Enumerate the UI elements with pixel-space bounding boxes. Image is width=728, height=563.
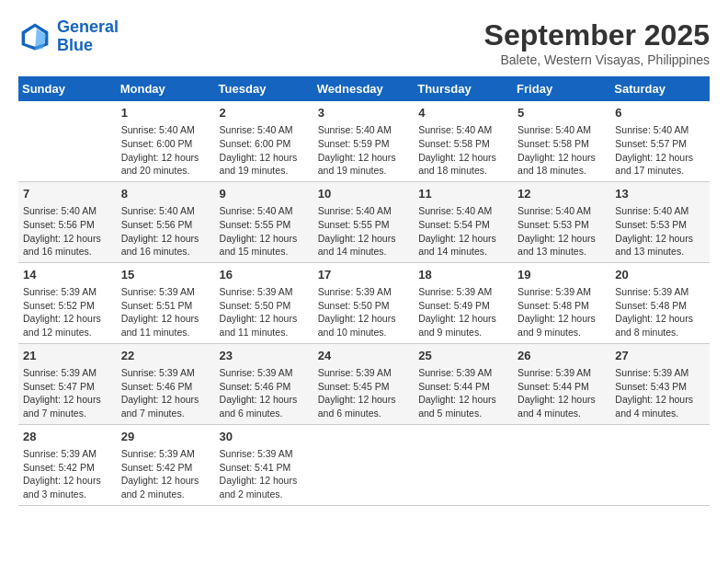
day-number: 16 <box>220 267 309 283</box>
day-info: Sunrise: 5:39 AM Sunset: 5:46 PM Dayligh… <box>220 366 309 420</box>
day-info: Sunrise: 5:39 AM Sunset: 5:41 PM Dayligh… <box>220 447 309 501</box>
calendar-cell <box>414 424 513 505</box>
calendar-cell: 10Sunrise: 5:40 AM Sunset: 5:55 PM Dayli… <box>313 181 414 262</box>
calendar-cell: 13Sunrise: 5:40 AM Sunset: 5:53 PM Dayli… <box>610 181 710 262</box>
day-info: Sunrise: 5:39 AM Sunset: 5:51 PM Dayligh… <box>121 285 210 339</box>
calendar-cell <box>610 424 710 505</box>
calendar-cell: 7Sunrise: 5:40 AM Sunset: 5:56 PM Daylig… <box>18 181 117 262</box>
day-number: 14 <box>23 267 112 283</box>
calendar-cell: 12Sunrise: 5:40 AM Sunset: 5:53 PM Dayli… <box>513 181 610 262</box>
calendar-week-row: 1Sunrise: 5:40 AM Sunset: 6:00 PM Daylig… <box>18 101 710 181</box>
calendar-week-row: 28Sunrise: 5:39 AM Sunset: 5:42 PM Dayli… <box>18 424 710 505</box>
calendar-cell: 4Sunrise: 5:40 AM Sunset: 5:58 PM Daylig… <box>414 101 513 181</box>
day-info: Sunrise: 5:40 AM Sunset: 5:55 PM Dayligh… <box>220 204 309 259</box>
calendar-cell: 21Sunrise: 5:39 AM Sunset: 5:47 PM Dayli… <box>18 343 117 424</box>
day-number: 10 <box>318 186 409 202</box>
day-info: Sunrise: 5:39 AM Sunset: 5:43 PM Dayligh… <box>615 366 705 420</box>
day-number: 17 <box>318 267 409 283</box>
day-info: Sunrise: 5:40 AM Sunset: 5:59 PM Dayligh… <box>318 123 409 178</box>
day-info: Sunrise: 5:40 AM Sunset: 6:00 PM Dayligh… <box>121 123 210 178</box>
day-info: Sunrise: 5:39 AM Sunset: 5:45 PM Dayligh… <box>318 366 409 420</box>
title-block: September 2025 Balete, Western Visayas, … <box>484 18 710 67</box>
calendar-week-row: 21Sunrise: 5:39 AM Sunset: 5:47 PM Dayli… <box>18 343 710 424</box>
calendar-week-row: 14Sunrise: 5:39 AM Sunset: 5:52 PM Dayli… <box>18 262 710 343</box>
calendar-cell: 3Sunrise: 5:40 AM Sunset: 5:59 PM Daylig… <box>313 101 414 181</box>
day-number: 25 <box>418 348 508 364</box>
calendar-cell: 28Sunrise: 5:39 AM Sunset: 5:42 PM Dayli… <box>18 424 117 505</box>
logo: General Blue <box>18 18 119 55</box>
calendar-header: SundayMondayTuesdayWednesdayThursdayFrid… <box>18 76 710 101</box>
day-info: Sunrise: 5:40 AM Sunset: 5:54 PM Dayligh… <box>418 204 508 259</box>
day-number: 21 <box>23 348 112 364</box>
location: Balete, Western Visayas, Philippines <box>484 52 710 67</box>
day-info: Sunrise: 5:39 AM Sunset: 5:44 PM Dayligh… <box>418 366 508 420</box>
calendar-table: SundayMondayTuesdayWednesdayThursdayFrid… <box>18 76 710 506</box>
day-info: Sunrise: 5:40 AM Sunset: 5:53 PM Dayligh… <box>615 204 705 259</box>
calendar-cell: 23Sunrise: 5:39 AM Sunset: 5:46 PM Dayli… <box>215 343 313 424</box>
calendar-cell: 17Sunrise: 5:39 AM Sunset: 5:50 PM Dayli… <box>313 262 414 343</box>
day-number: 19 <box>518 267 606 283</box>
weekday-header-tuesday: Tuesday <box>215 76 313 101</box>
day-number: 18 <box>418 267 508 283</box>
calendar-cell: 2Sunrise: 5:40 AM Sunset: 6:00 PM Daylig… <box>215 101 313 181</box>
day-info: Sunrise: 5:39 AM Sunset: 5:42 PM Dayligh… <box>23 447 112 501</box>
day-number: 27 <box>615 348 705 364</box>
calendar-cell: 30Sunrise: 5:39 AM Sunset: 5:41 PM Dayli… <box>215 424 313 505</box>
calendar-body: 1Sunrise: 5:40 AM Sunset: 6:00 PM Daylig… <box>18 101 710 505</box>
calendar-week-row: 7Sunrise: 5:40 AM Sunset: 5:56 PM Daylig… <box>18 181 710 262</box>
calendar-cell: 19Sunrise: 5:39 AM Sunset: 5:48 PM Dayli… <box>513 262 610 343</box>
logo-icon <box>18 20 51 53</box>
day-info: Sunrise: 5:40 AM Sunset: 5:58 PM Dayligh… <box>418 123 508 178</box>
day-number: 1 <box>121 105 210 121</box>
day-number: 24 <box>318 348 409 364</box>
day-number: 13 <box>615 186 705 202</box>
day-info: Sunrise: 5:40 AM Sunset: 5:56 PM Dayligh… <box>121 204 210 259</box>
calendar-cell: 1Sunrise: 5:40 AM Sunset: 6:00 PM Daylig… <box>117 101 215 181</box>
day-number: 23 <box>220 348 309 364</box>
logo-text: General Blue <box>57 18 119 55</box>
day-number: 15 <box>121 267 210 283</box>
calendar-cell: 8Sunrise: 5:40 AM Sunset: 5:56 PM Daylig… <box>117 181 215 262</box>
day-number: 20 <box>615 267 705 283</box>
calendar-cell: 14Sunrise: 5:39 AM Sunset: 5:52 PM Dayli… <box>18 262 117 343</box>
day-info: Sunrise: 5:40 AM Sunset: 5:57 PM Dayligh… <box>615 123 705 178</box>
calendar-cell: 27Sunrise: 5:39 AM Sunset: 5:43 PM Dayli… <box>610 343 710 424</box>
day-info: Sunrise: 5:39 AM Sunset: 5:50 PM Dayligh… <box>318 285 409 339</box>
day-info: Sunrise: 5:40 AM Sunset: 5:58 PM Dayligh… <box>518 123 606 178</box>
logo-line1: General <box>57 17 119 36</box>
day-info: Sunrise: 5:40 AM Sunset: 6:00 PM Dayligh… <box>220 123 309 178</box>
day-number: 30 <box>220 429 309 445</box>
weekday-header-monday: Monday <box>117 76 215 101</box>
day-number: 2 <box>220 105 309 121</box>
day-number: 8 <box>121 186 210 202</box>
day-info: Sunrise: 5:39 AM Sunset: 5:50 PM Dayligh… <box>220 285 309 339</box>
weekday-header-thursday: Thursday <box>414 76 513 101</box>
calendar-cell: 29Sunrise: 5:39 AM Sunset: 5:42 PM Dayli… <box>117 424 215 505</box>
calendar-cell <box>18 101 117 181</box>
weekday-header-wednesday: Wednesday <box>313 76 414 101</box>
day-number: 7 <box>23 186 112 202</box>
day-number: 22 <box>121 348 210 364</box>
day-number: 9 <box>220 186 309 202</box>
calendar-cell: 6Sunrise: 5:40 AM Sunset: 5:57 PM Daylig… <box>610 101 710 181</box>
calendar-cell: 18Sunrise: 5:39 AM Sunset: 5:49 PM Dayli… <box>414 262 513 343</box>
day-number: 26 <box>518 348 606 364</box>
weekday-header-saturday: Saturday <box>610 76 710 101</box>
month-title: September 2025 <box>484 18 710 52</box>
calendar-cell: 15Sunrise: 5:39 AM Sunset: 5:51 PM Dayli… <box>117 262 215 343</box>
calendar-cell <box>313 424 414 505</box>
day-info: Sunrise: 5:39 AM Sunset: 5:49 PM Dayligh… <box>418 285 508 339</box>
day-number: 29 <box>121 429 210 445</box>
day-info: Sunrise: 5:40 AM Sunset: 5:56 PM Dayligh… <box>23 204 112 259</box>
weekday-header-sunday: Sunday <box>18 76 117 101</box>
day-number: 6 <box>615 105 705 121</box>
weekday-header-friday: Friday <box>513 76 610 101</box>
calendar-cell: 11Sunrise: 5:40 AM Sunset: 5:54 PM Dayli… <box>414 181 513 262</box>
day-info: Sunrise: 5:40 AM Sunset: 5:55 PM Dayligh… <box>318 204 409 259</box>
day-info: Sunrise: 5:39 AM Sunset: 5:42 PM Dayligh… <box>121 447 210 501</box>
day-info: Sunrise: 5:39 AM Sunset: 5:48 PM Dayligh… <box>615 285 705 339</box>
day-number: 4 <box>418 105 508 121</box>
calendar-cell: 16Sunrise: 5:39 AM Sunset: 5:50 PM Dayli… <box>215 262 313 343</box>
day-number: 12 <box>518 186 606 202</box>
day-info: Sunrise: 5:40 AM Sunset: 5:53 PM Dayligh… <box>518 204 606 259</box>
